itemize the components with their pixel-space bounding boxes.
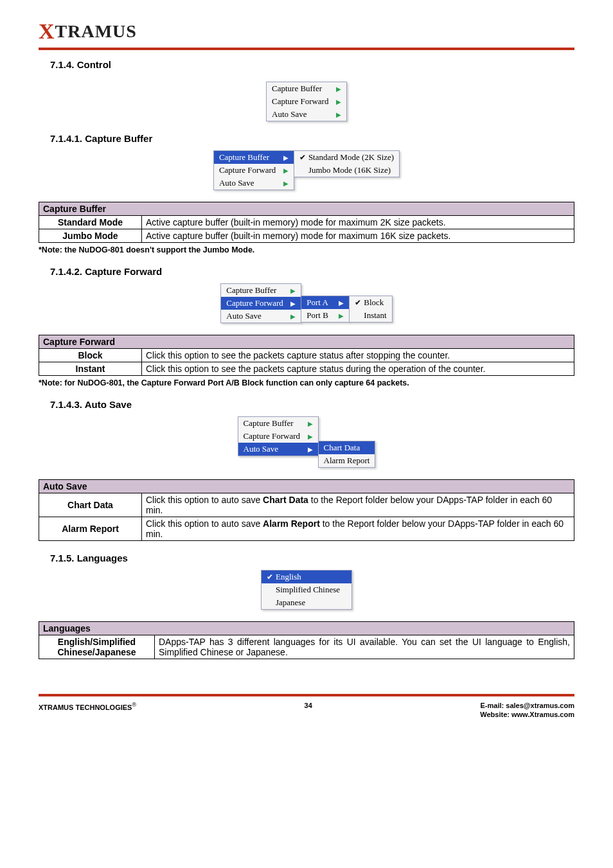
note-capture-buffer: *Note: the NuDOG-801 doesn't support the… [39, 245, 574, 254]
heading-control: 7.1.4. Control [50, 59, 574, 70]
menu-auto-save-sub: Chart Data Alarm Report [318, 441, 376, 468]
menu-capture-buffer-sub: ✔Standard Mode (2K Size) Jumbo Mode (16K… [294, 150, 400, 177]
row-desc: Active capture buffer (built-in memory) … [142, 216, 574, 229]
menu-item-japanese[interactable]: Japanese [262, 596, 351, 609]
brand-logo-x: X [39, 19, 55, 43]
registered-icon: ® [132, 702, 136, 708]
table-header: Capture Buffer [39, 202, 574, 216]
note-capture-forward: *Note: for NuDOG-801, the Capture Forwar… [39, 378, 574, 387]
menu-item-label: Japanese [276, 598, 305, 608]
brand-header: XTRAMUS [39, 19, 574, 50]
menu-item-capture-buffer[interactable]: Capture Buffer▶ [238, 417, 318, 430]
chevron-right-icon: ▶ [339, 312, 344, 319]
menu-item-label: Capture Buffer [219, 152, 281, 163]
menu-item-standard-mode[interactable]: ✔Standard Mode (2K Size) [294, 151, 399, 164]
menu-item-port-a-active[interactable]: Port A▶ [301, 296, 349, 309]
menu-item-block[interactable]: ✔Block [350, 296, 391, 309]
menu-item-capture-buffer-active[interactable]: Capture Buffer▶ [214, 151, 294, 164]
table-capture-forward: Capture Forward Block Click this option … [39, 335, 574, 376]
menu-item-english-active[interactable]: ✔English [262, 571, 351, 583]
menu-item-label: Capture Forward [244, 431, 305, 441]
figure-capture-forward-menu: Capture Buffer▶ Capture Forward▶ Auto Sa… [39, 283, 574, 323]
menu-item-label: Capture Forward [226, 298, 288, 308]
page-footer: XTRAMUS TECHNOLOGIES® 34 E-mail: sales@x… [0, 702, 613, 735]
menu-item-alarm-report[interactable]: Alarm Report [319, 454, 375, 467]
menu-auto-save-main: Capture Buffer▶ Capture Forward▶ Auto Sa… [238, 416, 319, 456]
menu-item-label: Capture Forward [219, 165, 281, 175]
table-auto-save: Auto Save Chart Data Click this option t… [39, 479, 574, 541]
menu-item-label: Simplified Chinese [276, 585, 340, 595]
row-label: Standard Mode [39, 216, 142, 229]
menu-item-port-b[interactable]: Port B▶ [301, 309, 349, 322]
brand-logo-rest: TRAMUS [55, 21, 137, 41]
row-label: Chart Data [39, 493, 142, 517]
menu-item-auto-save-active[interactable]: Auto Save▶ [238, 443, 318, 456]
menu-item-label: Capture Buffer [272, 84, 333, 94]
menu-item-instant[interactable]: Instant [350, 309, 391, 322]
menu-item-label: Auto Save [272, 109, 333, 120]
figure-auto-save-menu: Capture Buffer▶ Capture Forward▶ Auto Sa… [39, 416, 574, 468]
row-label: Instant [39, 362, 142, 376]
menu-item-label: Capture Buffer [244, 418, 305, 429]
menu-item-label: Alarm Report [324, 456, 370, 466]
menu-item-label: Block [364, 297, 384, 308]
menu-item-capture-forward[interactable]: Capture Forward▶ [267, 95, 346, 108]
heading-auto-save: 7.1.4.3. Auto Save [50, 399, 574, 410]
table-capture-buffer: Capture Buffer Standard Mode Active capt… [39, 202, 574, 243]
menu-item-label: Auto Save [219, 178, 281, 188]
menu-item-auto-save[interactable]: Auto Save▶ [221, 310, 301, 323]
menu-item-label: Chart Data [324, 443, 360, 453]
table-languages: Languages English/Simplified Chinese/Jap… [39, 621, 574, 659]
table-row: English/Simplified Chinese/Japanese DApp… [39, 635, 574, 659]
menu-item-jumbo-mode[interactable]: Jumbo Mode (16K Size) [294, 164, 399, 177]
menu-item-label: Standard Mode (2K Size) [308, 152, 394, 163]
heading-capture-forward: 7.1.4.2. Capture Forward [50, 266, 574, 277]
menu-item-capture-buffer[interactable]: Capture Buffer▶ [221, 284, 301, 297]
menu-item-capture-forward[interactable]: Capture Forward▶ [238, 430, 318, 443]
menu-item-label: Jumbo Mode (16K Size) [308, 165, 391, 175]
table-row: Jumbo Mode Active capture buffer (built-… [39, 229, 574, 243]
chevron-right-icon: ▶ [290, 287, 296, 294]
row-desc: Click this option to see the packets cap… [142, 362, 574, 376]
chevron-right-icon: ▶ [290, 313, 296, 320]
chevron-right-icon: ▶ [308, 420, 313, 427]
table-row: Alarm Report Click this option to auto s… [39, 517, 574, 541]
menu-item-simplified-chinese[interactable]: Simplified Chinese [262, 583, 351, 596]
menu-item-chart-data[interactable]: Chart Data [319, 441, 375, 454]
menu-capture-buffer-main: Capture Buffer▶ Capture Forward▶ Auto Sa… [213, 150, 294, 190]
menu-item-capture-buffer[interactable]: Capture Buffer▶ [267, 82, 346, 95]
menu-capture-forward-ports: Port A▶ Port B▶ [301, 296, 350, 323]
menu-item-capture-forward-active[interactable]: Capture Forward▶ [221, 297, 301, 310]
row-desc: Click this option to see the packets cap… [142, 349, 574, 362]
table-header: Languages [39, 622, 574, 635]
row-desc: Active capture buffer (built-in memory) … [142, 229, 574, 243]
menu-item-capture-forward[interactable]: Capture Forward▶ [214, 164, 294, 177]
footer-contact: E-mail: sales@xtramus.com Website: www.X… [480, 702, 574, 720]
menu-capture-forward-mode: ✔Block Instant [349, 296, 392, 323]
brand-logo: XTRAMUS [39, 21, 137, 41]
check-icon: ✔ [267, 572, 273, 582]
heading-languages: 7.1.5. Languages [50, 553, 574, 563]
menu-capture-forward-main: Capture Buffer▶ Capture Forward▶ Auto Sa… [220, 283, 301, 323]
chevron-right-icon: ▶ [336, 98, 341, 105]
row-desc: DApps-TAP has 3 different languages for … [155, 635, 574, 659]
chevron-right-icon: ▶ [283, 167, 289, 174]
menu-item-label: Auto Save [226, 311, 288, 321]
row-desc: Click this option to auto save Alarm Rep… [142, 517, 574, 541]
row-label: Jumbo Mode [39, 229, 142, 243]
menu-item-label: Capture Buffer [226, 285, 288, 296]
menu-item-label: Port B [306, 310, 336, 321]
check-icon: ✔ [299, 153, 306, 163]
footer-company: XTRAMUS TECHNOLOGIES® [39, 702, 136, 711]
figure-capture-buffer-menu: Capture Buffer▶ Capture Forward▶ Auto Sa… [39, 150, 574, 190]
chevron-right-icon: ▶ [339, 299, 344, 306]
chevron-right-icon: ▶ [336, 85, 341, 93]
menu-item-label: Auto Save [244, 444, 305, 454]
chevron-right-icon: ▶ [283, 154, 289, 161]
menu-item-auto-save[interactable]: Auto Save▶ [267, 108, 346, 121]
heading-capture-buffer: 7.1.4.1. Capture Buffer [50, 133, 574, 144]
page-number: 34 [136, 702, 480, 709]
table-row: Chart Data Click this option to auto sav… [39, 493, 574, 517]
menu-item-auto-save[interactable]: Auto Save▶ [214, 177, 294, 190]
row-label: Block [39, 349, 142, 362]
